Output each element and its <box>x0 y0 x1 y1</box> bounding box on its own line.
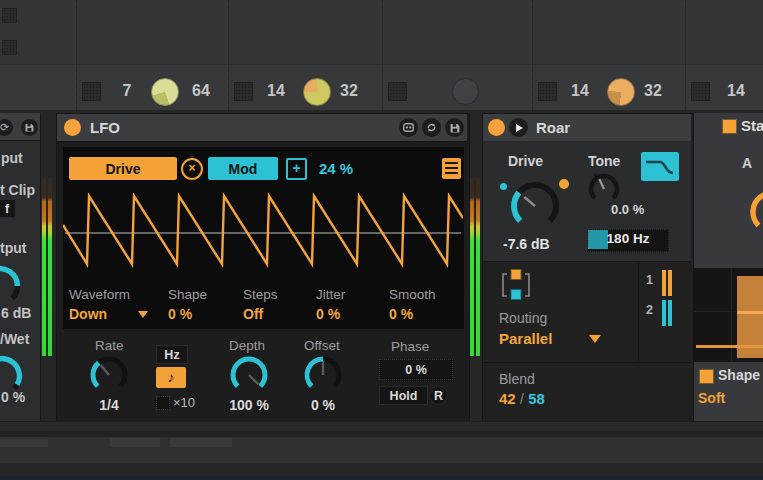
shape-label: Shape <box>718 367 760 383</box>
track-separator <box>76 0 77 110</box>
mod-target-button[interactable]: Drive <box>69 157 177 180</box>
rate-value[interactable]: 1/4 <box>87 397 131 413</box>
waveform-value[interactable]: Down <box>69 306 107 322</box>
mod-amount-value[interactable]: 24 % <box>319 160 353 177</box>
blend-a: 42 <box>499 390 516 407</box>
shape-value[interactable]: 0 % <box>168 306 192 322</box>
lfo-device: LFO Drive × Mod + 24 % Waveform Down Sha… <box>56 113 470 423</box>
roar-title: Roar <box>536 119 570 136</box>
loop-count: 14 <box>718 82 754 100</box>
shape-value[interactable]: Soft <box>698 390 725 406</box>
track-stop-button[interactable] <box>691 82 710 101</box>
waveform-dropdown-icon[interactable] <box>138 311 148 318</box>
rate-sync-button[interactable]: ♪ <box>156 367 186 388</box>
amount-label: A <box>742 155 752 171</box>
tone-value[interactable]: 0.0 % <box>611 202 644 217</box>
phase-value-field[interactable]: 0 % <box>379 359 453 380</box>
blend-value[interactable]: 42 / 58 <box>499 390 545 407</box>
x10-checkbox[interactable] <box>156 396 170 410</box>
mod-indicator-dot <box>559 179 569 189</box>
clip-progress-pie-empty <box>452 78 479 105</box>
track-stop-button[interactable] <box>538 82 557 101</box>
stage1-meter[interactable] <box>662 270 672 296</box>
shaper-display[interactable] <box>694 268 763 362</box>
drive-knob[interactable] <box>505 176 565 236</box>
filter-freq-value: 180 Hz <box>588 231 668 246</box>
filter-freq-slider[interactable]: 180 Hz <box>587 229 669 252</box>
stage-panel: Sta A Shape Soft <box>694 113 763 421</box>
save-preset-icon[interactable] <box>21 119 38 136</box>
stage2-meter[interactable] <box>662 300 672 326</box>
exclude-target-icon[interactable]: × <box>181 158 203 180</box>
track-stop-button[interactable] <box>234 82 253 101</box>
offset-knob[interactable] <box>301 353 345 397</box>
output-label: put <box>1 150 23 166</box>
track-separator <box>382 0 383 110</box>
device-activator[interactable] <box>64 119 81 136</box>
left-device: ⟳ put t Clip f tput 6 dB /Wet 0 % <box>0 113 41 421</box>
stage1-label: 1 <box>646 273 653 287</box>
window-bottom-edge <box>0 476 763 480</box>
track-separator <box>228 0 229 110</box>
amount-knob[interactable] <box>746 186 763 238</box>
drive-value[interactable]: -7.6 dB <box>503 236 550 252</box>
mod-source-dot <box>500 183 507 190</box>
blend-label: Blend <box>499 371 535 387</box>
device-activator[interactable] <box>488 119 505 136</box>
routing-stage-divider <box>638 262 639 362</box>
clip-progress-pie <box>303 78 331 106</box>
output-gain-value[interactable]: 6 dB <box>1 305 31 321</box>
smooth-value[interactable]: 0 % <box>389 306 413 322</box>
target-list-icon[interactable] <box>442 158 461 179</box>
stage-checkbox[interactable] <box>722 119 737 134</box>
stage-header: Sta <box>741 117 763 134</box>
clip-progress-pie <box>607 78 635 106</box>
lfo-waveform-display[interactable] <box>63 187 463 279</box>
hold-button[interactable]: Hold <box>379 386 428 405</box>
clip-progress-pie <box>151 78 179 106</box>
clip-stop-button[interactable] <box>2 40 17 55</box>
soft-clip-label: t Clip <box>0 182 35 198</box>
jitter-value[interactable]: 0 % <box>316 306 340 322</box>
output-section-label: tput <box>0 240 26 256</box>
save-preset-icon[interactable] <box>445 118 464 137</box>
roar-device: Roar Drive Tone -7.6 dB 0.0 % 180 Hz <box>482 113 694 423</box>
loop-length: 32 <box>635 82 671 100</box>
routing-dropdown-icon[interactable] <box>589 335 601 343</box>
dry-wet-value[interactable]: 0 % <box>1 389 25 405</box>
phase-label: Phase <box>391 339 429 354</box>
track-separator <box>532 0 533 110</box>
filter-type-icon[interactable] <box>641 152 679 181</box>
mod-source-button[interactable]: Mod <box>208 157 278 180</box>
clip-stop-button[interactable] <box>2 8 17 23</box>
loop-count: 14 <box>258 82 294 100</box>
x10-label: ×10 <box>173 395 195 410</box>
depth-label: Depth <box>229 338 265 353</box>
steps-value[interactable]: Off <box>243 306 263 322</box>
output-knob[interactable] <box>0 262 24 310</box>
loop-length: 64 <box>183 82 219 100</box>
add-target-icon[interactable]: + <box>286 158 307 180</box>
rate-label: Rate <box>95 338 124 353</box>
routing-parallel-icon <box>497 266 535 304</box>
status-bar <box>0 437 763 463</box>
depth-knob[interactable] <box>227 353 271 397</box>
track-stop-button[interactable] <box>388 82 407 101</box>
ableton-live-window: 7 64 14 32 14 32 14 ⟳ put t Clip f tput … <box>0 0 763 480</box>
depth-value[interactable]: 100 % <box>225 397 273 413</box>
shape-label: Shape <box>168 287 207 302</box>
rate-hz-button[interactable]: Hz <box>156 345 188 364</box>
soft-clip-toggle[interactable]: f <box>0 199 16 218</box>
shape-checkbox[interactable] <box>699 369 714 384</box>
offset-label: Offset <box>304 338 340 353</box>
offset-value[interactable]: 0 % <box>301 397 345 413</box>
smooth-label: Smooth <box>389 287 436 302</box>
track-stop-button[interactable] <box>82 82 101 101</box>
routing-value[interactable]: Parallel <box>499 330 552 347</box>
map-mode-icon[interactable] <box>399 118 418 137</box>
rate-knob[interactable] <box>87 353 131 397</box>
play-icon[interactable] <box>509 118 528 137</box>
loop-count: 14 <box>562 82 598 100</box>
retrigger-button[interactable]: R <box>429 386 448 405</box>
hot-swap-icon[interactable] <box>422 118 441 137</box>
